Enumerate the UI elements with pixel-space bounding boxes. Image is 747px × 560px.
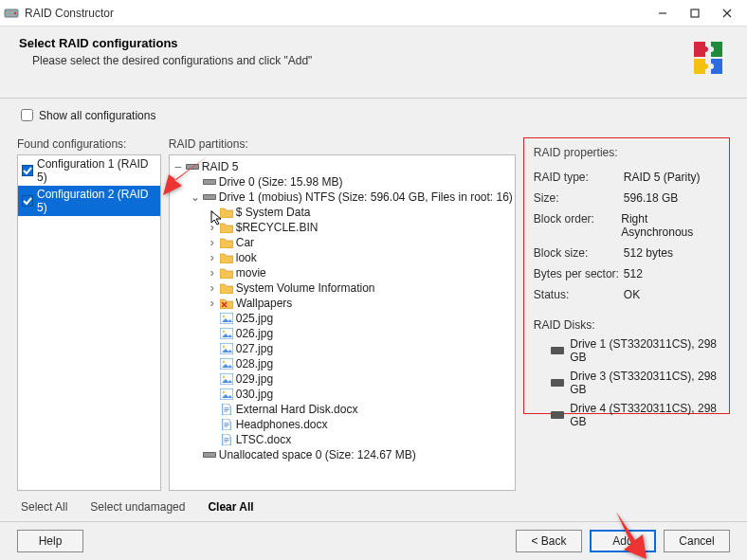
property-key: Size: bbox=[534, 191, 624, 205]
help-button[interactable]: Help bbox=[17, 530, 83, 552]
page-subtitle: Please select the desired configurations… bbox=[32, 54, 688, 67]
expand-toggle-icon[interactable]: › bbox=[206, 297, 219, 310]
properties-panel: RAID properties: RAID type:RAID 5 (Parit… bbox=[523, 137, 730, 414]
doc-icon bbox=[219, 418, 234, 431]
svg-rect-14 bbox=[220, 313, 233, 324]
back-button[interactable]: < Back bbox=[516, 530, 582, 552]
tree-row[interactable]: ·030.jpg bbox=[172, 387, 513, 402]
partitions-tree[interactable]: –RAID 5·Drive 0 (Size: 15.98 MB)⌄Drive 1… bbox=[169, 154, 516, 491]
show-all-checkbox[interactable]: Show all configurations bbox=[17, 106, 730, 124]
disk-icon bbox=[551, 411, 564, 419]
disk-icon bbox=[202, 190, 217, 204]
expand-toggle-icon[interactable]: › bbox=[206, 281, 219, 295]
tree-row[interactable]: ·External Hard Disk.docx bbox=[172, 402, 513, 417]
titlebar: RAID Constructor bbox=[0, 0, 747, 27]
cancel-button[interactable]: Cancel bbox=[664, 530, 730, 552]
tree-row[interactable]: ·028.jpg bbox=[172, 356, 513, 371]
tree-label: Headphones.docx bbox=[236, 418, 328, 431]
config-row[interactable]: Configuration 2 (RAID 5) bbox=[18, 186, 160, 216]
config-label: Configuration 2 (RAID 5) bbox=[37, 188, 156, 214]
cursor-icon bbox=[210, 210, 226, 228]
tree-row[interactable]: ·Headphones.docx bbox=[172, 417, 513, 432]
property-value: 512 bytes bbox=[624, 246, 673, 260]
app-icon bbox=[4, 6, 19, 21]
svg-rect-20 bbox=[220, 358, 233, 370]
tree-row[interactable]: ›System Volume Information bbox=[172, 280, 513, 296]
property-key: RAID type: bbox=[534, 171, 624, 184]
collapse-toggle-icon[interactable]: ⌄ bbox=[189, 190, 202, 204]
property-value: 596.18 GB bbox=[624, 191, 678, 205]
tree-label: Unallocated space 0 (Size: 124.67 MB) bbox=[219, 448, 416, 461]
tree-label: $ System Data bbox=[236, 206, 311, 219]
puzzle-icon bbox=[688, 36, 728, 79]
clear-all-link[interactable]: Clear All bbox=[208, 500, 253, 514]
select-all-link[interactable]: Select All bbox=[21, 500, 67, 514]
tree-label: RAID 5 bbox=[202, 160, 239, 173]
property-value: RAID 5 (Parity) bbox=[624, 171, 701, 184]
config-checkbox[interactable] bbox=[22, 195, 33, 207]
property-row: Block size:512 bytes bbox=[534, 243, 720, 263]
folder-x-icon bbox=[219, 297, 234, 310]
tree-row[interactable]: ·Unallocated space 0 (Size: 124.67 MB) bbox=[172, 447, 513, 462]
raid-disk-label: Drive 4 (ST3320311CS), 298 GB bbox=[570, 402, 720, 428]
tree-label: Car bbox=[236, 236, 254, 249]
tree-row[interactable]: ·LTSC.docx bbox=[172, 432, 513, 447]
show-all-label: Show all configurations bbox=[39, 109, 155, 122]
tree-row[interactable]: ⌄Drive 1 (mobius) NTFS (Size: 596.04 GB,… bbox=[172, 190, 513, 205]
show-all-input[interactable] bbox=[21, 109, 33, 121]
configurations-list[interactable]: Configuration 1 (RAID 5)Configuration 2 … bbox=[17, 154, 161, 491]
maximize-button[interactable] bbox=[679, 4, 711, 23]
tree-row[interactable]: ·Drive 0 (Size: 15.98 MB) bbox=[172, 174, 513, 190]
expand-toggle-icon[interactable]: › bbox=[206, 236, 219, 249]
tree-row[interactable]: ·025.jpg bbox=[172, 311, 513, 326]
tree-row[interactable]: –RAID 5 bbox=[172, 159, 513, 174]
raid-disk-row: Drive 4 (ST3320311CS), 298 GB bbox=[551, 402, 720, 428]
select-undamaged-link[interactable]: Select undamaged bbox=[90, 500, 185, 514]
svg-rect-22 bbox=[220, 373, 233, 385]
expand-toggle-icon[interactable]: › bbox=[206, 251, 219, 264]
wizard-header: Select RAID configurations Please select… bbox=[0, 27, 747, 98]
tree-row[interactable]: ›movie bbox=[172, 265, 513, 280]
config-row[interactable]: Configuration 1 (RAID 5) bbox=[18, 155, 160, 186]
svg-rect-28 bbox=[224, 411, 227, 412]
selection-linkbar: Select All Select undamaged Clear All bbox=[17, 491, 730, 514]
tree-row[interactable]: ·029.jpg bbox=[172, 371, 513, 387]
tree-label: $RECYCLE.BIN bbox=[236, 221, 319, 234]
body: Show all configurations Found configurat… bbox=[0, 98, 747, 514]
raid-disk-label: Drive 3 (ST3320311CS), 298 GB bbox=[570, 370, 720, 396]
tree-row[interactable]: ·027.jpg bbox=[172, 341, 513, 356]
tree-label: 030.jpg bbox=[236, 388, 273, 401]
expand-toggle-icon[interactable]: › bbox=[206, 266, 219, 280]
minimize-button[interactable] bbox=[647, 4, 679, 23]
tree-row[interactable]: ›Car bbox=[172, 235, 513, 250]
close-button[interactable] bbox=[711, 4, 743, 23]
found-label: Found configurations: bbox=[17, 137, 161, 151]
property-row: Bytes per sector:512 bbox=[534, 263, 720, 284]
doc-icon bbox=[219, 433, 234, 446]
svg-rect-32 bbox=[224, 438, 228, 439]
svg-rect-31 bbox=[224, 426, 227, 427]
tree-label: look bbox=[236, 251, 257, 264]
tree-row[interactable]: ·026.jpg bbox=[172, 326, 513, 341]
folder-icon bbox=[219, 236, 234, 249]
svg-rect-27 bbox=[224, 409, 228, 410]
svg-rect-34 bbox=[224, 442, 227, 443]
property-value: Right Asynchronous bbox=[621, 212, 720, 239]
image-icon bbox=[219, 388, 234, 401]
config-checkbox[interactable] bbox=[22, 165, 33, 176]
tree-row[interactable]: ›Wallpapers bbox=[172, 296, 513, 311]
svg-rect-11 bbox=[204, 195, 215, 199]
properties-label: RAID properties: bbox=[534, 146, 720, 159]
image-icon bbox=[219, 342, 234, 355]
property-key: Block size: bbox=[534, 246, 624, 260]
property-row: RAID type:RAID 5 (Parity) bbox=[534, 167, 720, 188]
svg-point-21 bbox=[222, 361, 225, 364]
collapse-toggle-icon[interactable]: – bbox=[172, 160, 185, 173]
svg-rect-36 bbox=[204, 453, 215, 457]
disk-icon bbox=[185, 160, 200, 173]
disk-icon bbox=[551, 379, 564, 387]
property-value: 512 bbox=[624, 267, 643, 280]
tree-label: LTSC.docx bbox=[236, 433, 291, 446]
tree-row[interactable]: ›look bbox=[172, 250, 513, 265]
add-button[interactable]: Add bbox=[590, 530, 656, 552]
